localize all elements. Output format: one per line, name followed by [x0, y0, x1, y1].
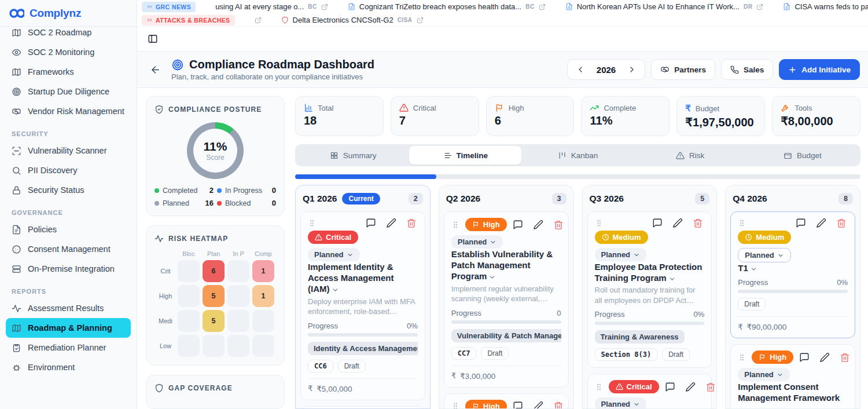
initiative-card[interactable]: HighPlannedEstablish Vulnerability & Pat…: [444, 211, 569, 388]
initiative-card[interactable]: MediumPlannedEmployee Data Protection Tr…: [587, 211, 712, 368]
sidebar-item-consent-management[interactable]: Consent Management: [6, 239, 131, 259]
draft-state-pill: Draft: [738, 298, 766, 311]
ticker-item[interactable]: Delta Electronics CNCSoft-G2CISA: [281, 16, 424, 24]
sidebar-item-roadmap-planning[interactable]: Roadmap & Planning: [6, 318, 131, 338]
heatmap-cell: 5: [203, 285, 225, 307]
delete-icon[interactable]: [406, 218, 417, 228]
add-initiative-button[interactable]: Add Initiative: [779, 59, 860, 80]
delete-icon[interactable]: [553, 220, 564, 230]
initiative-title[interactable]: Establish Vulnerability & Patch Manageme…: [451, 249, 553, 281]
sidebar-item-assessment-results[interactable]: Assessment Results: [6, 298, 131, 318]
sidebar-section-label: REPORTS: [12, 288, 125, 295]
heatmap-cell: [203, 335, 225, 357]
drag-handle-icon[interactable]: [595, 219, 603, 227]
drag-handle-icon[interactable]: [308, 219, 316, 227]
tab-summary[interactable]: Summary: [297, 146, 409, 165]
edit-icon[interactable]: [386, 218, 396, 228]
sidebar-item-frameworks[interactable]: Frameworks: [6, 62, 131, 82]
scrollbar-thumb[interactable]: [295, 174, 436, 179]
stat-card-complete: Complete11%: [581, 96, 670, 136]
drag-handle-icon[interactable]: [451, 402, 459, 408]
compliance-posture-card: COMPLIANCE POSTURE 11% Score Completed2I…: [146, 96, 285, 216]
tab-timeline[interactable]: Timeline: [409, 146, 521, 165]
sidebar-item-environment[interactable]: Environment: [6, 357, 131, 377]
tab-budget[interactable]: Budget: [746, 146, 859, 165]
sidebar-item-soc-2-roadmap[interactable]: SOC 2 Roadmap: [6, 27, 131, 42]
heatmap-cell: [252, 335, 274, 357]
delete-icon[interactable]: [553, 401, 564, 408]
delete-icon[interactable]: [705, 382, 716, 392]
initiative-card[interactable]: MediumPlannedT1Progress0%Draft₹₹90,00,00…: [730, 211, 855, 338]
grid-icon: [330, 151, 339, 160]
initiative-title[interactable]: Implement Consent Management Framework: [738, 382, 840, 408]
drag-handle-icon[interactable]: [595, 383, 603, 391]
comment-icon[interactable]: [665, 382, 675, 392]
initiative-title[interactable]: Implement Identity & Access Management (…: [308, 262, 393, 294]
sidebar-item-remediation-planner[interactable]: Remediation Planner: [6, 338, 131, 357]
ticker-item-text: Delta Electronics CNCSoft-G2: [293, 16, 393, 24]
partners-button[interactable]: Partners: [651, 59, 715, 80]
comment-icon[interactable]: [652, 218, 663, 228]
comment-icon[interactable]: [799, 352, 810, 363]
sidebar-item-on-premise-integration[interactable]: On-Premise Integration: [6, 259, 131, 279]
ticker-item[interactable]: CISA warns feds to patch iOS flaws explo…: [783, 2, 868, 11]
comment-icon[interactable]: [366, 218, 376, 228]
sales-button[interactable]: Sales: [721, 59, 773, 80]
status-dropdown[interactable]: Planned: [595, 248, 647, 261]
status-dropdown[interactable]: Planned: [451, 235, 503, 249]
delete-icon[interactable]: [840, 352, 850, 363]
horizontal-scrollbar[interactable]: [295, 174, 860, 179]
drag-handle-icon[interactable]: [738, 353, 746, 361]
delete-icon[interactable]: [836, 218, 847, 228]
edit-icon[interactable]: [816, 218, 826, 228]
back-button[interactable]: [148, 62, 163, 78]
drag-handle-icon[interactable]: [738, 219, 746, 227]
sidebar-item-soc-2-monitoring[interactable]: SOC 2 Monitoring: [6, 42, 131, 62]
edit-icon[interactable]: [533, 401, 543, 408]
initiative-card[interactable]: HighPlanned: [444, 393, 569, 408]
year-next-button[interactable]: [621, 61, 642, 78]
initiative-card[interactable]: HighPlannedImplement Consent Management …: [730, 344, 855, 408]
alert-icon: [616, 383, 623, 390]
comment-icon[interactable]: [513, 401, 523, 408]
ticker-item[interactable]: North Korean APTs Use AI to Enhance IT W…: [565, 2, 764, 11]
comment-icon[interactable]: [513, 220, 523, 230]
ticker-item[interactable]: Cognizant TriZetto breach exposes health…: [348, 2, 546, 11]
progress-bar: [595, 322, 705, 325]
stat-value: 11%: [590, 114, 661, 127]
initiative-title[interactable]: Employee Data Protection Training Progra…: [595, 262, 703, 283]
edit-icon[interactable]: [819, 352, 830, 363]
sidebar-toggle-icon[interactable]: [148, 34, 158, 44]
shield-icon: [155, 384, 164, 393]
status-dropdown[interactable]: Planned: [595, 397, 647, 408]
sidebar-item-startup-due-diligence[interactable]: Startup Due Diligence: [6, 82, 131, 101]
status-dropdown[interactable]: Planned: [738, 248, 791, 262]
status-dropdown[interactable]: Planned: [738, 368, 790, 381]
status-dropdown[interactable]: Planned: [308, 248, 360, 261]
initiative-title[interactable]: T1: [738, 263, 757, 273]
edit-icon[interactable]: [672, 218, 683, 228]
sidebar-item-security-status[interactable]: Security Status: [6, 180, 131, 200]
edit-icon[interactable]: [533, 220, 543, 230]
external-link-icon[interactable]: [255, 17, 262, 24]
tab-kanban[interactable]: Kanban: [521, 146, 634, 165]
map-icon: [12, 67, 21, 77]
initiative-card[interactable]: Critical: [300, 406, 425, 408]
ticker-item[interactable]: using AI at every stage o...BC: [215, 2, 328, 11]
initiative-card[interactable]: CriticalPlannedImplement Identity & Acce…: [300, 211, 425, 400]
initiative-card[interactable]: CriticalPlannedDevelop SOC 2 Policy: [587, 374, 712, 408]
sidebar-item-vulnerability-scanner[interactable]: Vulnerability Scanner: [6, 141, 131, 160]
sidebar-item-pii-discovery[interactable]: PII Discovery: [6, 160, 131, 180]
comment-icon[interactable]: [796, 218, 806, 228]
drag-handle-icon[interactable]: [451, 221, 459, 229]
external-link-icon: [539, 3, 546, 10]
year-prev-button[interactable]: [570, 61, 591, 78]
sidebar-item-policies[interactable]: Policies: [6, 220, 131, 239]
delete-icon[interactable]: [693, 218, 703, 228]
heatmap-cell: 6: [203, 260, 225, 282]
sidebar-item-label: Vulnerability Scanner: [28, 146, 106, 155]
edit-icon[interactable]: [685, 382, 696, 392]
chevron-down-icon: [490, 239, 496, 246]
tab-risk[interactable]: Risk: [634, 146, 746, 165]
sidebar-item-vendor-risk-management[interactable]: Vendor Risk Management: [6, 101, 131, 121]
